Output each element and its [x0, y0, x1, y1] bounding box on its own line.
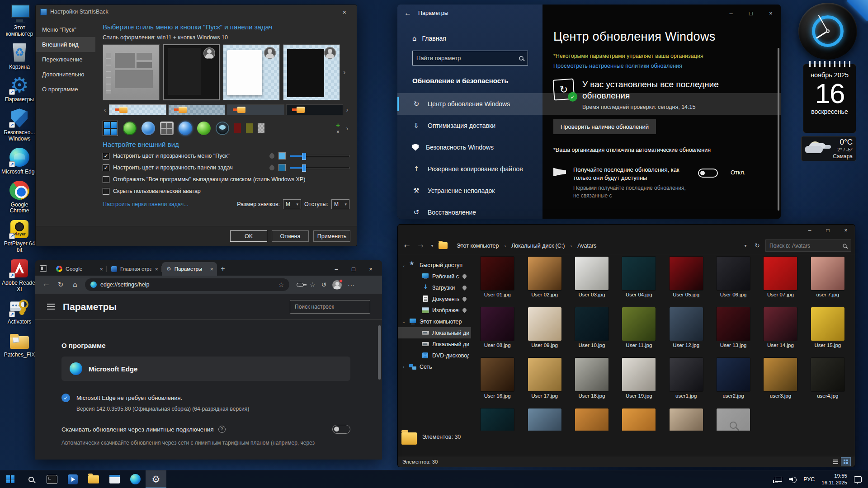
browser-menu-icon[interactable]: ··· [348, 282, 355, 288]
start-orb-green[interactable] [197, 122, 211, 135]
chevron-left-icon[interactable]: ‹ [103, 106, 107, 113]
browser-tab[interactable]: Google× [52, 262, 107, 276]
taskbar-app-explorer[interactable] [83, 470, 104, 488]
file-item[interactable]: User 10.jpg [568, 307, 615, 358]
taskbar-search-button[interactable] [21, 470, 42, 488]
opacity-slider[interactable] [290, 167, 349, 169]
file-item[interactable]: user1.jpg [663, 358, 710, 408]
apply-button[interactable]: Применить [313, 230, 350, 242]
taskbar-app-edge[interactable] [125, 470, 146, 488]
desktop-icon-chrome[interactable]: Google Chrome [0, 180, 38, 215]
chevron-right-icon[interactable]: › [345, 125, 349, 132]
recent-locations-icon[interactable]: ▾ [429, 243, 436, 248]
volume-icon[interactable] [789, 476, 797, 483]
file-item[interactable]: User 02.jpg [521, 257, 568, 307]
back-icon[interactable]: ← [40, 281, 52, 289]
start-orb-swatch-red[interactable] [234, 123, 241, 133]
file-item[interactable]: User 16.jpg [474, 358, 521, 408]
metered-download-toggle[interactable] [332, 425, 350, 434]
color-swatch[interactable] [278, 164, 286, 171]
explorer-sidebar-item[interactable]: Документы [398, 293, 471, 305]
file-item[interactable] [615, 408, 662, 431]
file-item[interactable]: User 12.jpg [663, 307, 710, 358]
file-item[interactable]: User 19.jpg [615, 358, 662, 408]
spacing-dropdown[interactable]: M▾ [331, 199, 349, 209]
menu-style-win11-selected[interactable] [163, 44, 220, 100]
latest-updates-toggle[interactable] [698, 169, 718, 178]
maximize-button[interactable]: □ [741, 5, 761, 21]
sidebar-item[interactable]: Меню "Пуск" [36, 22, 95, 37]
desktop-icon-gear[interactable]: ↗Параметры [0, 75, 38, 103]
password-key-icon[interactable] [297, 283, 304, 287]
file-item[interactable] [663, 408, 710, 431]
desktop-icon-computer[interactable]: Этот компьютер [0, 3, 38, 38]
taskbar-app-settings[interactable]: ⚙ [146, 470, 166, 488]
remove-orb-icon[interactable]: × [336, 129, 340, 135]
file-item[interactable] [710, 408, 757, 431]
scrollbar[interactable] [778, 48, 779, 211]
history-icon[interactable]: ↺ [321, 281, 327, 288]
desktop-icon-keys[interactable]: ↗Activators [0, 297, 38, 325]
scrollbar[interactable] [378, 325, 381, 380]
menu-style-win10[interactable] [103, 44, 160, 100]
explorer-sidebar-item[interactable]: ⌄Этот компьютер [398, 316, 471, 327]
file-item[interactable]: User 03.jpg [568, 257, 615, 307]
explorer-sidebar-item[interactable]: Локальный диск (D [398, 338, 471, 350]
file-item[interactable]: user 7.jpg [804, 257, 851, 307]
checkbox[interactable]: ✓ [103, 153, 109, 160]
start-orb-vista[interactable] [179, 122, 192, 135]
file-item[interactable] [474, 408, 521, 431]
file-item[interactable]: User 07.jpg [757, 257, 804, 307]
file-item[interactable]: User 09.jpg [521, 307, 568, 358]
explorer-sidebar-item[interactable]: ›Сеть [398, 361, 471, 372]
file-item[interactable]: user3.jpg [757, 358, 804, 408]
file-item[interactable]: User 17.jpg [521, 358, 568, 408]
file-item[interactable]: User 11.jpg [615, 307, 662, 358]
sidebar-item[interactable]: Переключение [36, 52, 95, 67]
explorer-sidebar-item[interactable]: DVD-дисковод (E:) [398, 350, 471, 361]
network-icon[interactable] [775, 477, 782, 482]
start-orb-win8[interactable] [160, 122, 174, 135]
desktop-icon-folder[interactable]: Patches_FIX [0, 330, 38, 358]
forward-icon[interactable]: → [415, 242, 426, 250]
breadcrumb-this-pc[interactable]: Этот компьютер [453, 241, 502, 250]
profile-avatar[interactable] [332, 280, 342, 290]
desktop-icon-edge[interactable]: ↗Microsoft Edge [0, 147, 38, 175]
check-updates-button[interactable]: Проверить наличие обновлений [553, 119, 656, 134]
ok-button[interactable]: OK [230, 230, 267, 242]
start-button[interactable] [0, 470, 21, 488]
file-item[interactable]: User 01.jpg [474, 257, 521, 307]
breadcrumb-avatars[interactable]: Avatars [574, 241, 600, 250]
start-orb-win11-selected[interactable] [103, 121, 118, 136]
minimize-button[interactable]: – [721, 5, 741, 21]
browser-tab[interactable]: Главная страница С× [107, 262, 162, 276]
vertical-tabs-icon[interactable] [40, 265, 47, 272]
tray-clock[interactable]: 19:55 16.11.2025 [821, 473, 847, 486]
menu-style-dark[interactable] [283, 44, 340, 100]
file-item[interactable]: User 14.jpg [757, 307, 804, 358]
explorer-sidebar-item[interactable]: Изображения [398, 305, 471, 316]
settings-home-item[interactable]: ⌂ Главная [397, 30, 542, 47]
favorites-icon[interactable]: ☆ [310, 281, 316, 288]
explorer-sidebar-item[interactable]: Локальный диск (C [398, 327, 471, 338]
expander-icon[interactable]: ⌄ [401, 319, 406, 324]
chevron-right-icon[interactable]: › [345, 106, 349, 113]
sidebar-item[interactable]: О программе [36, 82, 95, 97]
start-orb-clover[interactable] [123, 122, 137, 135]
close-button[interactable]: × [837, 225, 855, 236]
file-item[interactable]: User 13.jpg [710, 307, 757, 358]
sidebar-item[interactable]: Дополнительно [36, 67, 95, 82]
explorer-search-input[interactable] [769, 243, 840, 249]
start-orb-swatch-checker[interactable] [258, 123, 264, 133]
taskbar-app-media[interactable] [62, 470, 83, 488]
expander-icon[interactable]: ⌄ [401, 263, 406, 267]
start-orb-swatch-olive[interactable] [246, 123, 253, 133]
taskbar-style-2[interactable] [168, 104, 226, 115]
new-tab-button[interactable]: + [217, 265, 229, 273]
desktop-icon-pot[interactable]: Player↗PotPlayer 64 bit [0, 219, 38, 253]
desktop-icon-recycle[interactable]: Корзина [0, 42, 38, 70]
desktop-icon-adobe[interactable]: ↗Adobe Reader XI [0, 258, 38, 293]
file-item[interactable]: User 04.jpg [615, 257, 662, 307]
minimize-button[interactable]: – [801, 225, 819, 236]
taskbar-style-3[interactable] [227, 104, 284, 115]
